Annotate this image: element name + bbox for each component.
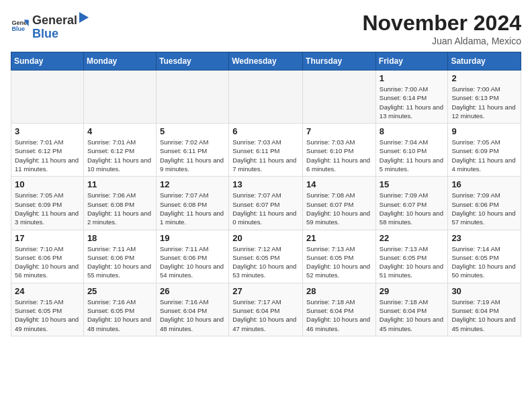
day-info: Sunrise: 7:14 AM Sunset: 6:05 PM Dayligh…	[451, 244, 517, 280]
day-number: 18	[87, 233, 152, 243]
calendar-cell: 12Sunrise: 7:07 AM Sunset: 6:08 PM Dayli…	[156, 177, 228, 230]
day-number: 4	[87, 126, 152, 136]
day-number: 2	[451, 73, 517, 83]
calendar-cell	[229, 71, 303, 124]
calendar-cell	[156, 71, 228, 124]
calendar-cell: 19Sunrise: 7:11 AM Sunset: 6:06 PM Dayli…	[156, 230, 228, 283]
calendar-cell: 8Sunrise: 7:04 AM Sunset: 6:10 PM Daylig…	[375, 124, 448, 177]
calendar-cell: 3Sunrise: 7:01 AM Sunset: 6:12 PM Daylig…	[11, 124, 84, 177]
calendar-cell: 25Sunrise: 7:16 AM Sunset: 6:05 PM Dayli…	[83, 283, 156, 336]
day-number: 21	[306, 233, 372, 243]
calendar-cell: 11Sunrise: 7:06 AM Sunset: 6:08 PM Dayli…	[83, 177, 156, 230]
logo-triangle-icon	[78, 11, 90, 24]
calendar-cell: 2Sunrise: 7:00 AM Sunset: 6:13 PM Daylig…	[448, 71, 521, 124]
weekday-header-row: SundayMondayTuesdayWednesdayThursdayFrid…	[11, 52, 521, 71]
svg-marker-3	[79, 12, 89, 23]
day-info: Sunrise: 7:06 AM Sunset: 6:08 PM Dayligh…	[87, 191, 152, 226]
day-info: Sunrise: 7:02 AM Sunset: 6:11 PM Dayligh…	[160, 138, 225, 173]
weekday-header-sunday: Sunday	[11, 52, 84, 71]
day-info: Sunrise: 7:15 AM Sunset: 6:05 PM Dayligh…	[15, 298, 80, 333]
calendar-cell: 16Sunrise: 7:09 AM Sunset: 6:06 PM Dayli…	[448, 177, 521, 230]
logo-text-general: General	[32, 14, 77, 28]
calendar-cell: 18Sunrise: 7:11 AM Sunset: 6:06 PM Dayli…	[83, 230, 156, 283]
calendar-cell	[83, 71, 156, 124]
calendar-cell: 4Sunrise: 7:01 AM Sunset: 6:12 PM Daylig…	[83, 124, 156, 177]
calendar-cell: 10Sunrise: 7:05 AM Sunset: 6:09 PM Dayli…	[11, 177, 84, 230]
calendar-week-row: 24Sunrise: 7:15 AM Sunset: 6:05 PM Dayli…	[11, 283, 521, 336]
logo-text-blue: Blue	[32, 27, 58, 40]
day-info: Sunrise: 7:01 AM Sunset: 6:12 PM Dayligh…	[15, 138, 80, 173]
calendar-cell: 28Sunrise: 7:18 AM Sunset: 6:04 PM Dayli…	[303, 283, 376, 336]
day-number: 3	[15, 126, 80, 136]
day-info: Sunrise: 7:03 AM Sunset: 6:11 PM Dayligh…	[232, 138, 299, 173]
day-number: 20	[232, 233, 299, 243]
day-info: Sunrise: 7:12 AM Sunset: 6:05 PM Dayligh…	[232, 244, 299, 280]
day-number: 6	[232, 126, 299, 136]
calendar-cell: 9Sunrise: 7:05 AM Sunset: 6:09 PM Daylig…	[448, 124, 521, 177]
day-number: 1	[380, 73, 445, 83]
calendar-cell: 23Sunrise: 7:14 AM Sunset: 6:05 PM Dayli…	[448, 230, 521, 283]
day-info: Sunrise: 7:16 AM Sunset: 6:04 PM Dayligh…	[160, 298, 225, 333]
day-number: 11	[87, 179, 152, 189]
day-info: Sunrise: 7:05 AM Sunset: 6:09 PM Dayligh…	[15, 191, 80, 226]
calendar-cell: 22Sunrise: 7:13 AM Sunset: 6:05 PM Dayli…	[375, 230, 448, 283]
day-number: 15	[380, 179, 445, 189]
calendar-cell: 29Sunrise: 7:18 AM Sunset: 6:04 PM Dayli…	[375, 283, 448, 336]
day-info: Sunrise: 7:03 AM Sunset: 6:10 PM Dayligh…	[306, 138, 372, 173]
weekday-header-monday: Monday	[83, 52, 156, 71]
day-info: Sunrise: 7:00 AM Sunset: 6:14 PM Dayligh…	[380, 85, 445, 120]
calendar-cell: 6Sunrise: 7:03 AM Sunset: 6:11 PM Daylig…	[229, 124, 303, 177]
calendar-cell: 15Sunrise: 7:09 AM Sunset: 6:07 PM Dayli…	[375, 177, 448, 230]
weekday-header-thursday: Thursday	[303, 52, 376, 71]
day-number: 26	[160, 286, 225, 296]
day-info: Sunrise: 7:05 AM Sunset: 6:09 PM Dayligh…	[451, 138, 517, 173]
day-number: 13	[232, 179, 299, 189]
title-section: November 2024 Juan Aldama, Mexico	[362, 11, 521, 46]
day-number: 24	[15, 286, 80, 296]
day-number: 16	[451, 179, 517, 189]
day-info: Sunrise: 7:19 AM Sunset: 6:04 PM Dayligh…	[451, 298, 517, 333]
month-title: November 2024	[362, 11, 521, 36]
day-number: 14	[306, 179, 372, 189]
day-number: 22	[380, 233, 445, 243]
calendar-cell: 27Sunrise: 7:17 AM Sunset: 6:04 PM Dayli…	[229, 283, 303, 336]
calendar-cell: 17Sunrise: 7:10 AM Sunset: 6:06 PM Dayli…	[11, 230, 84, 283]
calendar-cell: 1Sunrise: 7:00 AM Sunset: 6:14 PM Daylig…	[375, 71, 448, 124]
day-info: Sunrise: 7:16 AM Sunset: 6:05 PM Dayligh…	[87, 298, 152, 333]
day-info: Sunrise: 7:11 AM Sunset: 6:06 PM Dayligh…	[160, 244, 225, 280]
day-info: Sunrise: 7:18 AM Sunset: 6:04 PM Dayligh…	[380, 298, 445, 333]
day-info: Sunrise: 7:13 AM Sunset: 6:05 PM Dayligh…	[380, 244, 445, 280]
day-number: 23	[451, 233, 517, 243]
weekday-header-tuesday: Tuesday	[156, 52, 228, 71]
calendar-table: SundayMondayTuesdayWednesdayThursdayFrid…	[11, 52, 521, 336]
calendar-cell: 20Sunrise: 7:12 AM Sunset: 6:05 PM Dayli…	[229, 230, 303, 283]
weekday-header-saturday: Saturday	[448, 52, 521, 71]
day-info: Sunrise: 7:07 AM Sunset: 6:08 PM Dayligh…	[160, 191, 225, 226]
calendar-week-row: 10Sunrise: 7:05 AM Sunset: 6:09 PM Dayli…	[11, 177, 521, 230]
day-number: 10	[15, 179, 80, 189]
day-number: 17	[15, 233, 80, 243]
day-number: 29	[380, 286, 445, 296]
day-number: 12	[160, 179, 225, 189]
day-number: 8	[380, 126, 445, 136]
logo-icon: General Blue	[11, 16, 30, 35]
calendar-cell: 30Sunrise: 7:19 AM Sunset: 6:04 PM Dayli…	[448, 283, 521, 336]
day-number: 28	[306, 286, 372, 296]
day-number: 19	[160, 233, 225, 243]
weekday-header-friday: Friday	[375, 52, 448, 71]
calendar-cell	[303, 71, 376, 124]
day-info: Sunrise: 7:09 AM Sunset: 6:07 PM Dayligh…	[380, 191, 445, 226]
page-header: General Blue General Blue November 2024 …	[11, 11, 521, 46]
calendar-cell: 24Sunrise: 7:15 AM Sunset: 6:05 PM Dayli…	[11, 283, 84, 336]
day-info: Sunrise: 7:01 AM Sunset: 6:12 PM Dayligh…	[87, 138, 152, 173]
calendar-week-row: 1Sunrise: 7:00 AM Sunset: 6:14 PM Daylig…	[11, 71, 521, 124]
day-number: 25	[87, 286, 152, 296]
day-number: 9	[451, 126, 517, 136]
day-number: 27	[232, 286, 299, 296]
day-number: 7	[306, 126, 372, 136]
day-info: Sunrise: 7:00 AM Sunset: 6:13 PM Dayligh…	[451, 85, 517, 120]
day-info: Sunrise: 7:08 AM Sunset: 6:07 PM Dayligh…	[306, 191, 372, 226]
day-info: Sunrise: 7:18 AM Sunset: 6:04 PM Dayligh…	[306, 298, 372, 333]
location-subtitle: Juan Aldama, Mexico	[362, 36, 521, 46]
logo: General Blue General Blue	[11, 11, 91, 41]
